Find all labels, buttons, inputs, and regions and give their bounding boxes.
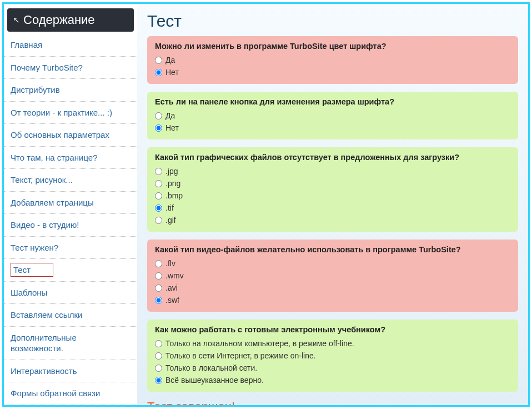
option-row[interactable]: .png [155,177,510,189]
sidebar-item-label: Формы обратной связи [11,388,100,398]
sidebar-item[interactable]: Об основных параметрах [4,124,137,147]
sidebar-item[interactable]: Дополнительные возможности. [4,327,137,360]
option-label: .swf [165,294,179,306]
option-radio[interactable] [155,377,162,384]
option-row[interactable]: .wmv [155,270,510,282]
sidebar: ↖ Содержание ГлавнаяПочему TurboSite?Дис… [4,4,137,405]
summary-block: Тест завершен! Всего вопросов: 5 Правиль… [147,400,518,405]
question-card: Какой тип графических файлов отсутствует… [147,147,518,232]
option-radio[interactable] [155,272,162,280]
option-row[interactable]: Да [155,54,510,66]
option-row[interactable]: .flv [155,257,510,270]
option-radio[interactable] [155,168,162,175]
option-label: .tif [165,202,174,214]
question-card: Как можно работать с готовым электронным… [147,320,518,392]
option-label: .flv [165,257,175,270]
option-row[interactable]: .gif [155,214,510,226]
sidebar-item-label: Дополнительные возможности. [11,333,77,353]
option-label: Всё вышеуказанное верно. [165,374,264,386]
sidebar-item-label: От теории - к практике... :) [11,108,112,117]
sidebar-item[interactable]: Что там, на странице? [4,147,137,169]
option-label: .gif [165,214,176,226]
option-radio[interactable] [155,180,162,187]
option-radio[interactable] [155,365,162,372]
question-text: Какой тип графических файлов отсутствует… [155,153,510,162]
option-label: .wmv [165,270,184,282]
option-row[interactable]: Нет [155,122,510,134]
sidebar-title: Содержание [23,13,95,27]
sidebar-nav: ГлавнаяПочему TurboSite?ДистрибутивОт те… [4,34,137,405]
sidebar-item[interactable]: Формы обратной связи [4,382,137,405]
option-label: Да [165,54,175,66]
main-content: Тест Можно ли изменить в программе Turbo… [137,4,528,405]
sidebar-item-label: Добавляем страницы [11,198,94,207]
question-text: Какой тип видео-файлов желательно исполь… [155,245,510,254]
question-card: Какой тип видео-файлов желательно исполь… [147,240,518,312]
option-row[interactable]: .swf [155,294,510,306]
sidebar-item-label: Дистрибутив [11,85,60,94]
option-radio[interactable] [155,192,162,199]
cursor-icon: ↖ [13,15,20,25]
sidebar-item-label: Почему TurboSite? [11,63,83,72]
option-radio[interactable] [155,217,162,224]
option-label: Нет [165,122,179,134]
sidebar-header: ↖ Содержание [7,8,134,32]
sidebar-item[interactable]: Тест нужен? [4,237,137,260]
option-row[interactable]: Только в сети Интернет, в режиме on-line… [155,350,510,362]
option-radio[interactable] [155,285,162,292]
option-row[interactable]: Нет [155,66,510,78]
sidebar-item[interactable]: Видео - в студию! [4,214,137,237]
sidebar-item[interactable]: Виджеты [4,405,137,406]
option-radio[interactable] [155,352,162,360]
option-radio[interactable] [155,297,162,304]
app-frame: ↖ Содержание ГлавнаяПочему TurboSite?Дис… [2,2,530,407]
sidebar-item[interactable]: Вставляем ссылки [4,304,137,327]
sidebar-item[interactable]: Тест [4,259,137,282]
option-radio[interactable] [155,69,162,76]
option-row[interactable]: Только в локальной сети. [155,362,510,374]
sidebar-item[interactable]: Шаблоны [4,282,137,305]
option-radio[interactable] [155,260,162,267]
sidebar-item[interactable]: Интерактивность [4,360,137,383]
sidebar-item-label: Шаблоны [11,288,47,297]
sidebar-item[interactable]: От теории - к практике... :) [4,102,137,124]
option-label: Только в сети Интернет, в режиме on-line… [165,350,316,362]
option-label: Только в локальной сети. [165,362,257,374]
sidebar-item-label: Тест [11,263,53,277]
option-label: .avi [165,282,178,294]
question-text: Как можно работать с готовым электронным… [155,325,510,334]
sidebar-item-label: Тест нужен? [11,243,58,252]
sidebar-item-label: Видео - в студию! [11,220,79,230]
option-radio[interactable] [155,205,162,212]
option-radio[interactable] [155,340,162,347]
option-label: .jpg [165,165,178,177]
option-label: .png [165,177,180,189]
sidebar-item-label: Об основных параметрах [11,130,109,139]
question-text: Есть ли на панеле кнопка для изменения р… [155,97,510,106]
sidebar-item[interactable]: Дистрибутив [4,79,137,102]
option-row[interactable]: Всё вышеуказанное верно. [155,374,510,386]
option-row[interactable]: .tif [155,202,510,214]
option-label: Нет [165,66,179,78]
option-row[interactable]: Только на локальном компьютере, в режиме… [155,337,510,350]
sidebar-item-label: Главная [11,40,42,49]
question-card: Есть ли на панеле кнопка для изменения р… [147,92,518,139]
option-row[interactable]: .bmp [155,189,510,202]
question-text: Можно ли изменить в программе TurboSite … [155,42,510,51]
option-row[interactable]: .avi [155,282,510,294]
sidebar-item[interactable]: Текст, рисунок... [4,169,137,192]
option-row[interactable]: .jpg [155,165,510,177]
quiz-container: Можно ли изменить в программе TurboSite … [147,36,518,392]
sidebar-item-label: Что там, на странице? [11,153,98,162]
option-radio[interactable] [155,112,162,119]
page-title: Тест [147,12,518,31]
option-radio[interactable] [155,124,162,132]
sidebar-item-label: Интерактивность [11,366,77,376]
sidebar-item[interactable]: Добавляем страницы [4,192,137,215]
option-row[interactable]: Да [155,109,510,122]
option-radio[interactable] [155,57,162,64]
sidebar-item-label: Текст, рисунок... [11,175,73,184]
sidebar-item[interactable]: Главная [4,34,137,57]
sidebar-item[interactable]: Почему TurboSite? [4,57,137,79]
option-label: Только на локальном компьютере, в режиме… [165,337,354,350]
